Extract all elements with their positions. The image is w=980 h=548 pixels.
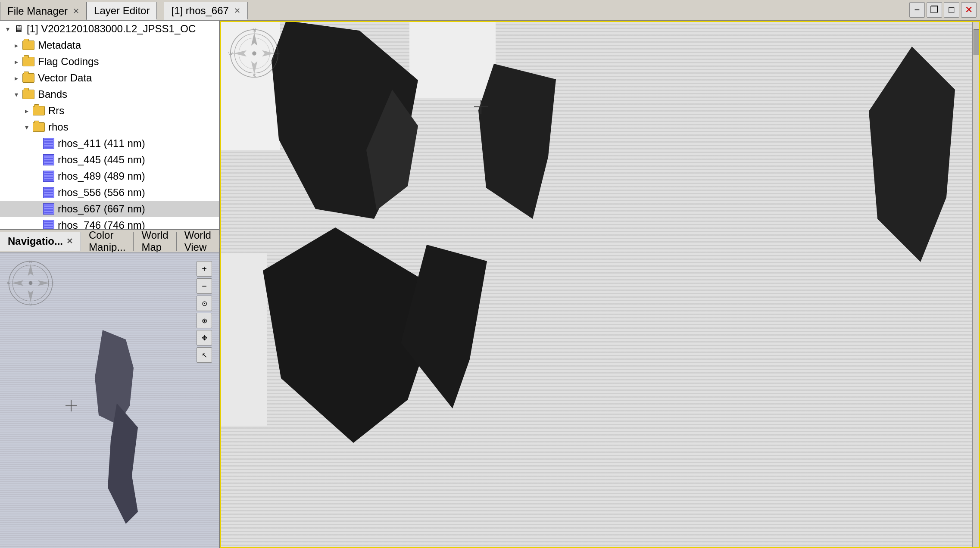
bottom-tabs-bar: Navigatio... ✕ Color Manip... World Map … — [0, 230, 219, 252]
tree-item-vector-data[interactable]: Vector Data — [0, 70, 219, 86]
main-compass-rose: N S E W — [228, 28, 280, 79]
rrs-label: Rrs — [48, 105, 64, 117]
zoom-actual-button[interactable]: ⊕ — [197, 313, 212, 328]
svg-text:W: W — [7, 281, 11, 285]
tree-item-rhos-556[interactable]: rhos_556 (556 nm) — [0, 184, 219, 201]
main-view-label: [1] rhos_667 — [171, 5, 228, 17]
window-maximize[interactable]: □ — [944, 2, 959, 18]
svg-text:E: E — [52, 281, 54, 285]
svg-marker-4 — [28, 290, 33, 302]
metadata-label: Metadata — [38, 39, 81, 51]
tree-item-rhos-445[interactable]: rhos_445 (445 nm) — [0, 152, 219, 168]
rhos-411-band-icon — [43, 138, 54, 149]
rhos-411-label: rhos_411 (411 nm) — [58, 137, 145, 149]
svg-marker-16 — [251, 61, 257, 74]
flag-codings-folder-icon — [22, 57, 34, 66]
tree-item-rhos[interactable]: rhos — [0, 119, 219, 135]
right-panel: N S E W — [220, 21, 980, 548]
tree-item-rhos-667[interactable]: rhos_667 (667 nm) — [0, 201, 219, 217]
main-satellite-image[interactable] — [220, 21, 972, 548]
rhos-746-label: rhos_746 (746 nm) — [58, 219, 145, 229]
window-minimize[interactable]: − — [909, 2, 925, 18]
tree-item-flag-codings[interactable]: Flag Codings — [0, 53, 219, 70]
rhos-746-band-icon — [43, 220, 54, 229]
file-manager-label: File Manager — [7, 5, 68, 17]
rhos-489-band-icon — [43, 171, 54, 182]
vector-data-folder-icon — [22, 73, 34, 83]
left-panel: 🖥 [1] V2021201083000.L2_JPSS1_OC Metadat… — [0, 21, 220, 548]
flag-codings-arrow — [12, 57, 21, 66]
rhos-445-label: rhos_445 (445 nm) — [58, 154, 145, 166]
root-label: [1] V2021201083000.L2_JPSS1_OC — [27, 23, 196, 35]
zoom-fit-button[interactable]: ⊙ — [197, 296, 212, 311]
bands-label: Bands — [38, 88, 67, 100]
nav-controls: + − ⊙ ⊕ ✥ ↖ — [197, 261, 212, 363]
navigation-content: N S E W + − ⊙ ⊕ ✥ ↖ — [0, 252, 219, 548]
tree-item-rhos-746[interactable]: rhos_746 (746 nm) — [0, 217, 219, 229]
tree-container[interactable]: 🖥 [1] V2021201083000.L2_JPSS1_OC Metadat… — [0, 21, 219, 229]
tab-main-view[interactable]: [1] rhos_667 ✕ — [164, 2, 247, 20]
bands-arrow — [12, 90, 21, 99]
pan-button[interactable]: ✥ — [197, 330, 212, 346]
metadata-folder-icon — [22, 40, 34, 50]
rrs-arrow — [22, 106, 31, 115]
bands-folder-icon — [22, 90, 34, 99]
svg-marker-6 — [12, 280, 24, 286]
svg-text:S: S — [29, 302, 32, 306]
metadata-arrow — [12, 41, 21, 50]
svg-marker-15 — [251, 33, 257, 46]
root-arrow — [3, 25, 12, 33]
rhos-667-label: rhos_667 (667 nm) — [58, 203, 145, 215]
navigation-tab-label: Navigatio... — [8, 235, 63, 247]
file-manager-close[interactable]: ✕ — [73, 6, 79, 16]
navigation-tab-close[interactable]: ✕ — [66, 237, 73, 246]
rhos-489-label: rhos_489 (489 nm) — [58, 170, 145, 182]
svg-text:N: N — [29, 260, 32, 264]
zoom-out-button[interactable]: − — [197, 278, 212, 294]
tab-world-map[interactable]: World Map — [134, 232, 176, 251]
tree-item-bands[interactable]: Bands — [0, 86, 219, 103]
tab-layer-editor[interactable]: Layer Editor — [87, 2, 157, 20]
main-view-scrollbar[interactable] — [972, 21, 980, 548]
tab-file-manager[interactable]: File Manager ✕ — [0, 2, 87, 20]
tree-item-rrs[interactable]: Rrs — [0, 103, 219, 119]
layer-editor-label: Layer Editor — [94, 5, 150, 17]
window-restore[interactable]: ❐ — [927, 2, 942, 18]
tab-navigation[interactable]: Navigatio... ✕ — [0, 232, 81, 251]
zoom-in-button[interactable]: + — [197, 261, 212, 277]
main-view-close[interactable]: ✕ — [234, 6, 240, 16]
svg-marker-3 — [28, 264, 33, 276]
svg-point-14 — [252, 51, 256, 56]
rrs-folder-icon — [33, 106, 45, 115]
world-view-tab-label: World View — [184, 229, 211, 253]
world-map-tab-label: World Map — [141, 229, 168, 253]
flag-codings-label: Flag Codings — [38, 56, 99, 68]
tree-root[interactable]: 🖥 [1] V2021201083000.L2_JPSS1_OC — [0, 21, 219, 37]
top-tab-bar: File Manager ✕ Layer Editor [1] rhos_667… — [0, 0, 980, 21]
rhos-arrow — [22, 123, 31, 131]
scrollbar-thumb[interactable] — [974, 29, 980, 55]
tree-item-rhos-489[interactable]: rhos_489 (489 nm) — [0, 168, 219, 184]
window-close[interactable]: ✕ — [961, 2, 977, 18]
vector-data-arrow — [12, 74, 21, 82]
svg-marker-17 — [262, 50, 275, 56]
tab-color-manip[interactable]: Color Manip... — [81, 232, 134, 251]
main-layout: 🖥 [1] V2021201083000.L2_JPSS1_OC Metadat… — [0, 21, 980, 548]
svg-marker-18 — [234, 50, 247, 56]
rhos-667-band-icon — [43, 203, 54, 215]
root-icon: 🖥 — [14, 23, 23, 34]
rhos-folder-icon — [33, 122, 45, 132]
rhos-445-band-icon — [43, 154, 54, 165]
main-cloud-2 — [409, 21, 496, 98]
file-tree-section: 🖥 [1] V2021201083000.L2_JPSS1_OC Metadat… — [0, 21, 219, 229]
tree-item-rhos-411[interactable]: rhos_411 (411 nm) — [0, 135, 219, 152]
rhos-label: rhos — [48, 121, 69, 133]
svg-marker-5 — [38, 280, 50, 286]
tree-item-metadata[interactable]: Metadata — [0, 37, 219, 53]
select-button[interactable]: ↖ — [197, 347, 212, 363]
svg-point-2 — [29, 281, 33, 285]
tab-world-view[interactable]: World View — [177, 232, 219, 251]
left-bottom-panel: Navigatio... ✕ Color Manip... World Map … — [0, 229, 219, 548]
color-manip-tab-label: Color Manip... — [89, 229, 125, 253]
main-cloud-3 — [220, 253, 267, 426]
